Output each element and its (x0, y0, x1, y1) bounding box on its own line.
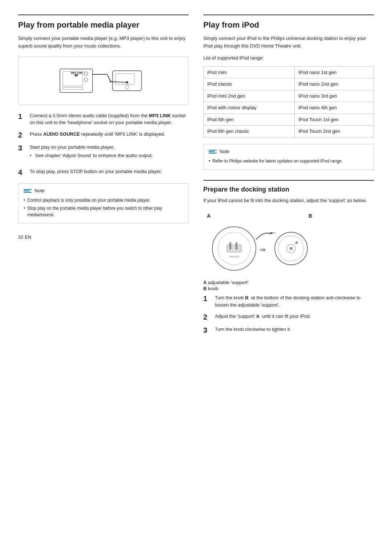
prepare-step-3-content: Turn the knob clockwise to tighten it. (215, 326, 291, 333)
label-b: B knob (203, 286, 218, 291)
label-a: A adjustable 'support' (203, 280, 248, 285)
step-2: 2 Press AUDIO SOURCE repeatedly until 'M… (18, 131, 189, 139)
table-cell-ipod-colour: iPod with colour display (204, 102, 295, 114)
step-3-content: Start play on your portable media player… (30, 144, 153, 164)
svg-point-3 (84, 72, 88, 75)
svg-point-13 (126, 81, 128, 83)
prepare-step-3-num: 3 (203, 326, 211, 335)
svg-text:MP3 LINK: MP3 LINK (71, 71, 83, 74)
svg-rect-24 (270, 232, 273, 234)
svg-text:B: B (295, 241, 298, 245)
svg-line-14 (111, 82, 126, 82)
docking-svg: A B PHILIPS (203, 210, 316, 274)
step-4-content: To stop play, press STOP button on your … (30, 168, 162, 175)
table-label: List of supported iPod range: (203, 54, 374, 62)
table-row: iPod 5th gen iPod Touch 1st gen (204, 114, 374, 126)
left-note-icon (24, 189, 32, 193)
step-3: 3 Start play on your portable media play… (18, 144, 189, 164)
prepare-step-2-num: 2 (203, 313, 211, 321)
ipod-support-table: iPod mini iPod nano 1st gen iPod classic… (203, 66, 374, 138)
prepare-step-1: 1 Turn the knob B at the bottom of the d… (203, 294, 374, 308)
left-title: Play from portable media player (18, 20, 189, 30)
step-1-num: 1 (18, 112, 26, 121)
table-cell-ipod-6th: iPod 6th gen classic (204, 126, 295, 138)
prepare-title: Prepare the docking station (203, 186, 374, 193)
svg-text:⇒: ⇒ (260, 246, 266, 254)
docking-illustration: A B PHILIPS (203, 210, 374, 274)
dock-labels: A adjustable 'support' B knob (203, 280, 374, 291)
table-cell-ipod-classic: iPod classic (204, 78, 295, 90)
left-note-header: Note (24, 187, 183, 194)
left-intro: Simply connect your portable media playe… (18, 35, 189, 50)
table-cell-ipod-nano-4th: iPod nano 4th gen (295, 102, 374, 114)
prepare-step-2-content: Adjust the 'support' A until it can fit … (215, 313, 311, 320)
svg-rect-11 (115, 74, 134, 85)
svg-rect-21 (229, 242, 231, 250)
table-row: iPod mini iPod nano 1st gen (204, 66, 374, 78)
table-row: iPod with colour display iPod nano 4th g… (204, 102, 374, 114)
table-cell-ipod-touch-2nd: iPod Touch 2nd gen (295, 126, 374, 138)
right-note-icon (209, 150, 217, 153)
prepare-divider (203, 180, 374, 181)
table-cell-ipod-mini-2nd: iPod mini 2nd gen (204, 90, 295, 102)
svg-rect-22 (236, 242, 237, 250)
svg-rect-15 (110, 81, 111, 82)
prepare-step-1-num: 1 (203, 294, 211, 303)
prepare-step-2: 2 Adjust the 'support' A until it can fi… (203, 313, 374, 321)
left-note-label: Note (34, 187, 44, 194)
step-3-num: 3 (18, 144, 26, 152)
right-note-bullet-1: Refer to Philips website for latest upda… (209, 158, 368, 164)
right-column: Play from iPod Simply connect your iPod … (203, 15, 374, 339)
table-cell-ipod-touch-1st: iPod Touch 1st gen (295, 114, 374, 126)
prepare-section: Prepare the docking station If your iPod… (203, 180, 374, 335)
step-1-content: Connect a 3.5mm stereo audio cable (supp… (30, 112, 189, 126)
mp3-link-illustration: MP3 LINK (18, 57, 189, 105)
table-row: iPod 6th gen classic iPod Touch 2nd gen (204, 126, 374, 138)
svg-text:PHILIPS: PHILIPS (229, 255, 239, 258)
table-row: iPod mini 2nd gen iPod nano 3rd gen (204, 90, 374, 102)
step-1: 1 Connect a 3.5mm stereo audio cable (su… (18, 112, 189, 126)
svg-point-12 (125, 85, 129, 89)
svg-text:B: B (309, 213, 312, 219)
right-note-box: Note Refer to Philips website for latest… (203, 144, 374, 170)
right-intro: Simply connect your iPod to the Philips … (203, 35, 374, 50)
left-divider (18, 15, 189, 15)
prepare-steps: 1 Turn the knob B at the bottom of the d… (203, 294, 374, 335)
table-cell-ipod-nano-2nd: iPod nano 2nd gen (295, 78, 374, 90)
step-3-sub-1: See chapter 'Adjust Sound' to enhance th… (30, 152, 153, 159)
right-note-bullets: Refer to Philips website for latest upda… (209, 158, 368, 164)
table-cell-ipod-mini: iPod mini (204, 66, 295, 78)
left-column: Play from portable media player Simply c… (18, 15, 189, 339)
left-note-bullets: Control playback is only possible on you… (24, 197, 183, 218)
svg-rect-2 (63, 87, 83, 90)
step-2-content: Press AUDIO SOURCE repeatedly until 'MP3… (30, 131, 165, 138)
mp3-device-svg: MP3 LINK (56, 63, 151, 98)
step-4: 4 To stop play, press STOP button on you… (18, 168, 189, 177)
right-note-header: Note (209, 148, 368, 155)
svg-text:A: A (207, 213, 211, 219)
step-3-subbullets: See chapter 'Adjust Sound' to enhance th… (30, 152, 153, 159)
table-row: iPod classic iPod nano 2nd gen (204, 78, 374, 90)
right-note-label: Note (220, 148, 229, 155)
svg-point-4 (84, 78, 88, 82)
prepare-step-1-content: Turn the knob B at the bottom of the doc… (215, 294, 374, 308)
right-title: Play from iPod (203, 20, 374, 30)
left-note-bullet-2: Stop play on the portable media player b… (24, 205, 183, 218)
table-cell-ipod-5th: iPod 5th gen (204, 114, 295, 126)
prepare-step-3: 3 Turn the knob clockwise to tighten it. (203, 326, 374, 335)
right-divider (203, 15, 374, 15)
page-number: 32 EN (18, 234, 189, 240)
table-cell-ipod-nano-3rd: iPod nano 3rd gen (295, 90, 374, 102)
label-b-row: B knob (203, 286, 374, 291)
table-cell-ipod-nano-1st: iPod nano 1st gen (295, 66, 374, 78)
left-note-box: Note Control playback is only possible o… (18, 183, 189, 224)
step-4-num: 4 (18, 168, 26, 177)
left-steps: 1 Connect a 3.5mm stereo audio cable (su… (18, 112, 189, 177)
svg-rect-20 (227, 245, 241, 252)
label-a-row: A adjustable 'support' (203, 280, 374, 285)
left-note-bullet-1: Control playback is only possible on you… (24, 197, 183, 204)
prepare-intro: If your iPod cannot be fit into the dock… (203, 197, 374, 205)
step-2-num: 2 (18, 131, 26, 139)
